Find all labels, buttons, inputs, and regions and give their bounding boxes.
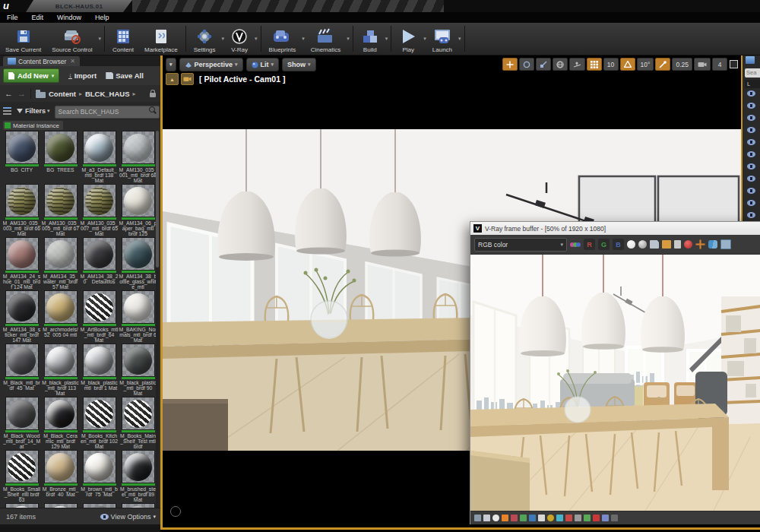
asset-tile[interactable]: M_Black_mtl_brdf_45_Mat [2, 344, 41, 397]
vfb-footer-icon[interactable] [474, 515, 481, 521]
asset-tile[interactable]: M_archmodels/52_005 04 mtl [41, 290, 80, 344]
asset-tile[interactable]: M_Books_Kitchen_mtl_brdf 102 Mat [80, 397, 119, 450]
rotate-tool-button[interactable] [519, 58, 534, 71]
camera-speed-value[interactable]: 4 [712, 58, 727, 71]
vfb-footer-icon[interactable] [529, 515, 536, 521]
vfb-footer-icon[interactable] [483, 515, 490, 521]
breadcrumb-root[interactable]: Content [49, 90, 76, 98]
search-input[interactable] [55, 106, 160, 119]
launch-dropdown[interactable]: ▾ [458, 36, 461, 42]
asset-grid-scrollbar[interactable] [156, 131, 159, 508]
move-tool-button[interactable] [502, 58, 518, 71]
visibility-eye-icon[interactable] [747, 163, 755, 169]
asset-tile[interactable]: M_Black_Wood_mtl_brdf_14_Mat [2, 397, 41, 450]
blueprints-dropdown[interactable]: ▾ [302, 36, 305, 42]
import-button[interactable]: ↓ Import [68, 71, 97, 80]
vray-frame-buffer-window[interactable]: V V-Ray frame buffer - [50% of 1920 x 10… [470, 221, 760, 524]
asset-tile[interactable]: M_Bronze_mtl_brdf_40_Mat [41, 450, 80, 503]
close-tab-icon[interactable]: ✕ [70, 58, 75, 65]
surface-snap-button[interactable] [569, 58, 585, 71]
cinematics-button[interactable]: Cinematics [306, 23, 347, 55]
vfb-footer-icon[interactable] [502, 515, 508, 521]
forward-arrow-icon[interactable]: → [17, 89, 26, 98]
asset-tile[interactable]: M_AM134_38_20__Defaultfos [80, 237, 119, 290]
visibility-eye-icon[interactable] [747, 90, 755, 97]
vfb-footer-icon[interactable] [538, 515, 545, 521]
build-button[interactable]: Build [356, 23, 385, 55]
window-tab[interactable]: BLCK-HAUS.01 [26, 0, 132, 12]
play-button[interactable]: Play [394, 23, 423, 55]
asset-tile[interactable]: M_AM134_35_water_mtl_brdf 57 Mat [41, 237, 80, 290]
menu-edit[interactable]: Edit [32, 14, 44, 21]
asset-tile[interactable]: M_Books_Small_Shelf_mtl brdf 63 [2, 450, 41, 503]
asset-tile[interactable]: M_AM130_035_003_mtl_brdf 66 Mat [2, 184, 41, 237]
open-folder-icon[interactable] [662, 240, 671, 249]
viewport-options-button[interactable]: ▾ [166, 58, 176, 71]
play-dropdown[interactable]: ▾ [423, 36, 426, 42]
menu-help[interactable]: Help [95, 14, 109, 21]
asset-tile[interactable]: M_AM130_035_005_mtl_brdf 67 Mat [41, 184, 80, 237]
vfb-footer-icon[interactable] [511, 515, 518, 521]
show-button[interactable]: Show▾ [282, 58, 316, 71]
pilot-camera-button[interactable] [181, 73, 194, 85]
asset-tile[interactable]: M_AM134_24_shoe_01_mtl_brdf 124 Mat [2, 237, 41, 290]
eject-pilot-button[interactable]: ▲ [166, 73, 179, 85]
visibility-eye-icon[interactable] [747, 115, 755, 121]
perspective-button[interactable]: Perspective▾ [179, 58, 243, 71]
asset-tile[interactable]: M_AM130_035_001_mtl_brdf 68 Mat [119, 131, 157, 184]
srgb-toggle-icon[interactable] [627, 240, 635, 249]
asset-tile[interactable]: M_Books_Main_Shelf_Test mtl brdf [119, 397, 157, 450]
world-relative-button[interactable] [553, 58, 568, 71]
settings-button[interactable]: Settings [188, 23, 221, 55]
content-browser-tab[interactable]: Content Browser ✕ [3, 56, 80, 66]
view-options-button[interactable]: View Options ▾ [100, 513, 156, 521]
asset-tile[interactable]: M_BAKING_Normals_mtl_brdf 6 Mat [119, 290, 157, 344]
red-channel-button[interactable]: R [584, 239, 595, 250]
blueprints-button[interactable]: Blueprints [264, 23, 302, 55]
vfb-footer-icon[interactable] [547, 515, 554, 521]
lit-button[interactable]: Lit▾ [246, 58, 280, 71]
grid-snap-value[interactable]: 10 [603, 58, 619, 71]
compare-icon[interactable] [708, 240, 717, 249]
asset-tile[interactable]: M_a3_Default_mtl_brdf 138 Mat [80, 131, 119, 184]
back-arrow-icon[interactable]: ← [5, 89, 13, 98]
grid-snap-button[interactable] [587, 58, 602, 71]
maximize-viewport-button[interactable] [730, 60, 738, 68]
asset-tile[interactable]: M_AM134_38_sticker_mtl_brdf 147 Mat [2, 290, 41, 344]
monitor-icon[interactable] [720, 239, 731, 249]
visibility-eye-icon[interactable] [747, 212, 755, 218]
visibility-eye-icon[interactable] [747, 151, 755, 157]
clipboard-icon[interactable] [674, 240, 681, 249]
scale-tool-button[interactable] [536, 58, 551, 71]
viewport-stats-icon[interactable] [170, 506, 181, 517]
channel-select[interactable]: RGB color▾ [474, 238, 567, 252]
angle-snap-value[interactable]: 10° [637, 58, 654, 71]
asset-tile[interactable]: M_AM134_06_paper_bag_mtl brdf 125 [119, 184, 157, 237]
vray-dropdown[interactable]: ▾ [255, 36, 258, 42]
asset-tile[interactable]: BG_TREES [41, 131, 80, 184]
visibility-eye-icon[interactable] [747, 176, 755, 182]
alpha-channel-icon[interactable] [638, 240, 647, 249]
marketplace-button[interactable]: Marketplace [139, 23, 183, 55]
render-last-icon[interactable] [684, 240, 692, 249]
green-channel-button[interactable]: G [598, 239, 610, 250]
asset-tile[interactable]: BG_CITY [2, 131, 41, 184]
asset-tile[interactable]: M_black_plastic_mtl_brdf 90 Mat [119, 344, 157, 397]
cinematics-dropdown[interactable]: ▾ [347, 36, 350, 42]
vfb-footer-icon[interactable] [584, 515, 591, 521]
vfb-titlebar[interactable]: V V-Ray frame buffer - [50% of 1920 x 10… [470, 222, 760, 235]
lock-icon[interactable] [150, 93, 156, 97]
asset-tile[interactable]: M_ArtBooks_mtl_mtl_brdf_64 Mat [80, 290, 119, 344]
vfb-footer-icon[interactable] [602, 515, 609, 521]
vfb-footer-icon[interactable] [575, 515, 581, 521]
vfb-footer-icon[interactable] [593, 515, 600, 521]
camera-speed-button[interactable] [694, 58, 711, 71]
outliner-search-input[interactable] [745, 68, 760, 78]
angle-snap-button[interactable] [620, 58, 635, 71]
vfb-footer-icon[interactable] [556, 515, 563, 521]
asset-tile[interactable]: M_AM130_035_007_mtl_brdf 65 Mat [80, 184, 119, 237]
filters-button[interactable]: Filters [25, 107, 46, 115]
save-image-icon[interactable] [650, 240, 659, 249]
asset-tile[interactable]: M_Black_Ceramic_mtl_brdf 129 Mat [41, 397, 80, 450]
asset-tile[interactable]: M_black_plastic_mtl_brdf 1 Mat [80, 344, 119, 397]
